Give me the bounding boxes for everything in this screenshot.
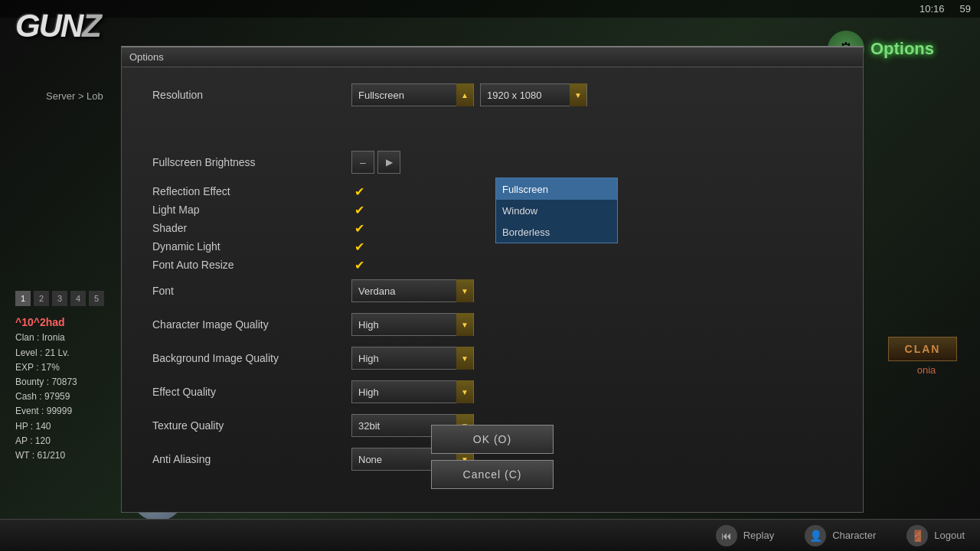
game-logo: GUNZ <box>15 8 100 44</box>
brightness-row: Fullscreen Brightness – ▶ <box>152 150 832 174</box>
font-label: Font <box>152 285 351 297</box>
replay-icon: ⏮ <box>716 525 737 546</box>
player-ap: AP : 120 <box>15 434 77 448</box>
resolution-mode-value: Fullscreen <box>352 90 456 101</box>
time-display: 10:16 <box>920 3 945 15</box>
light-map-checkbox[interactable]: ✔ <box>351 202 367 217</box>
resolution-size-dropdown[interactable]: 1920 x 1080 ▼ <box>480 83 587 106</box>
player-bounty: Bounty : 70873 <box>15 375 77 390</box>
resolution-mode-dropdown[interactable]: Fullscreen ▲ <box>351 83 474 106</box>
right-panel: CLAN onia <box>888 337 965 376</box>
resolution-dropdown-open: Fullscreen Window Borderless <box>495 178 618 243</box>
effect-quality-value: High <box>352 386 456 398</box>
font-auto-resize-checkbox[interactable]: ✔ <box>351 257 367 272</box>
tab-5[interactable]: 5 <box>89 291 104 306</box>
player-level: Level : 21 Lv. <box>15 346 77 360</box>
brightness-decrease-btn[interactable]: – <box>351 151 374 174</box>
ping-display: 59 <box>960 3 971 15</box>
resolution-row: Resolution Fullscreen ▲ 1920 x 1080 ▼ <box>152 83 832 107</box>
dynamic-light-checkbox[interactable]: ✔ <box>351 239 367 254</box>
dynamic-light-row: Dynamic Light ✔ <box>152 239 832 254</box>
top-options-label: Options <box>871 39 934 59</box>
player-cash: Cash : 97959 <box>15 390 77 404</box>
reflection-effect-row: Reflection Effect ✔ <box>152 184 832 199</box>
effect-quality-dropdown[interactable]: High ▼ <box>351 380 474 403</box>
option-borderless[interactable]: Borderless <box>496 221 617 243</box>
breadcrumb: Server > Lob <box>46 90 103 102</box>
character-button[interactable]: 👤 Character <box>805 525 876 546</box>
tab-2[interactable]: 2 <box>34 291 49 306</box>
clan-name: onia <box>888 364 965 376</box>
bg-quality-label: Background Image Quality <box>152 352 351 364</box>
top-bar: 10:16 59 <box>0 0 980 18</box>
logout-button[interactable]: 🚪 Logout <box>906 525 965 546</box>
effect-quality-label: Effect Quality <box>152 386 351 398</box>
resolution-mode-arrow: ▲ <box>456 83 473 106</box>
player-wt: WT : 61/210 <box>15 448 77 463</box>
resolution-size-arrow: ▼ <box>570 83 586 106</box>
anti-aliasing-label: Anti Aliasing <box>152 453 351 465</box>
font-row: Font Verdana ▼ <box>152 279 832 303</box>
effect-quality-row: Effect Quality High ▼ <box>152 380 832 404</box>
char-quality-dropdown[interactable]: High ▼ <box>351 313 474 336</box>
resolution-controls: Fullscreen ▲ 1920 x 1080 ▼ <box>351 83 587 106</box>
player-event: Event : 99999 <box>15 404 77 419</box>
bg-quality-dropdown[interactable]: High ▼ <box>351 347 474 370</box>
char-quality-label: Character Image Quality <box>152 318 351 331</box>
bg-quality-arrow: ▼ <box>456 347 473 370</box>
resolution-size-value: 1920 x 1080 <box>481 90 570 101</box>
replay-label: Replay <box>743 530 774 541</box>
tab-1[interactable]: 1 <box>15 291 31 306</box>
font-auto-resize-row: Font Auto Resize ✔ <box>152 257 832 272</box>
bg-quality-row: Background Image Quality High ▼ <box>152 346 832 370</box>
brightness-controls: – ▶ <box>351 151 400 174</box>
dialog-title-bar: Options <box>122 47 863 67</box>
font-arrow: ▼ <box>456 279 473 302</box>
player-info: ^10^2had Clan : Ironia Level : 21 Lv. EX… <box>15 314 77 463</box>
char-quality-value: High <box>352 319 456 331</box>
option-fullscreen[interactable]: Fullscreen <box>496 178 617 200</box>
player-exp: EXP : 17% <box>15 360 77 375</box>
character-icon: 👤 <box>805 525 826 546</box>
dialog-buttons: OK (O) Cancel (C) <box>431 425 554 489</box>
effect-quality-arrow: ▼ <box>456 380 473 403</box>
font-value: Verdana <box>352 285 456 297</box>
options-dialog: Options Resolution Fullscreen ▲ 1920 x 1… <box>121 46 864 513</box>
character-label: Character <box>832 530 876 541</box>
light-map-row: Light Map ✔ <box>152 202 832 217</box>
logout-label: Logout <box>934 530 965 541</box>
light-map-label: Light Map <box>152 204 351 216</box>
brightness-increase-btn[interactable]: ▶ <box>377 151 400 174</box>
dynamic-light-label: Dynamic Light <box>152 240 351 253</box>
ok-button[interactable]: OK (O) <box>431 425 554 454</box>
dialog-title: Options <box>129 51 164 63</box>
tab-4[interactable]: 4 <box>70 291 86 306</box>
shader-checkbox[interactable]: ✔ <box>351 220 367 236</box>
bottom-bar: ⏮ Replay 👤 Character 🚪 Logout <box>0 519 980 551</box>
bg-quality-value: High <box>352 353 456 364</box>
shader-label: Shader <box>152 222 351 234</box>
tab-numbers: 1 2 3 4 5 <box>15 291 104 306</box>
logout-icon: 🚪 <box>906 525 928 546</box>
font-dropdown[interactable]: Verdana ▼ <box>351 279 474 302</box>
reflection-effect-label: Reflection Effect <box>152 185 351 197</box>
brightness-label: Fullscreen Brightness <box>152 156 351 168</box>
tab-3[interactable]: 3 <box>52 291 67 306</box>
char-quality-arrow: ▼ <box>456 313 473 336</box>
option-window[interactable]: Window <box>496 200 617 221</box>
texture-quality-label: Texture Quality <box>152 419 351 432</box>
char-quality-row: Character Image Quality High ▼ <box>152 312 832 337</box>
font-auto-resize-label: Font Auto Resize <box>152 259 351 271</box>
shader-row: Shader ✔ <box>152 220 832 236</box>
player-hp: HP : 140 <box>15 419 77 434</box>
resolution-label: Resolution <box>152 89 351 101</box>
cancel-button[interactable]: Cancel (C) <box>431 460 554 489</box>
player-name: ^10^2had <box>15 314 77 331</box>
replay-button[interactable]: ⏮ Replay <box>716 525 774 546</box>
player-clan: Clan : Ironia <box>15 331 77 345</box>
clan-button[interactable]: CLAN <box>888 337 957 361</box>
reflection-effect-checkbox[interactable]: ✔ <box>351 184 367 199</box>
